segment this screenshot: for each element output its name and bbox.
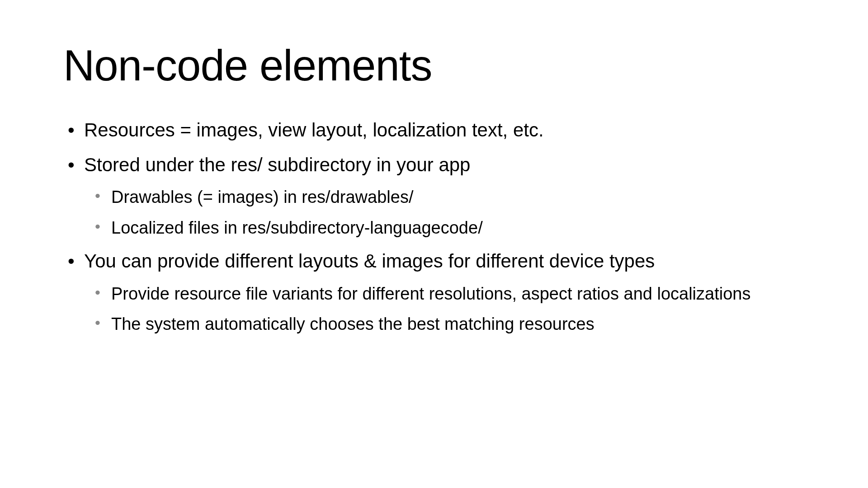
bullet-text: Resources = images, view layout, localiz… [84,119,544,141]
list-item: Stored under the res/ subdirectory in yo… [68,152,805,239]
slide-title: Non-code elements [63,41,805,90]
sub-bullet-list: Drawables (= images) in res/drawables/ L… [84,186,805,239]
list-item: Resources = images, view layout, localiz… [68,117,805,143]
bullet-text: You can provide different layouts & imag… [84,250,655,272]
list-item: Provide resource file variants for diffe… [95,282,805,305]
bullet-text: Localized files in res/subdirectory-lang… [111,218,483,237]
bullet-text: The system automatically chooses the bes… [111,314,594,333]
bullet-text: Stored under the res/ subdirectory in yo… [84,154,470,175]
bullet-text: Provide resource file variants for diffe… [111,284,750,303]
list-item: The system automatically chooses the bes… [95,313,805,336]
list-item: You can provide different layouts & imag… [68,249,805,336]
list-item: Drawables (= images) in res/drawables/ [95,186,805,209]
sub-bullet-list: Provide resource file variants for diffe… [84,282,805,336]
bullet-list: Resources = images, view layout, localiz… [63,117,805,336]
bullet-text: Drawables (= images) in res/drawables/ [111,188,413,206]
list-item: Localized files in res/subdirectory-lang… [95,216,805,239]
